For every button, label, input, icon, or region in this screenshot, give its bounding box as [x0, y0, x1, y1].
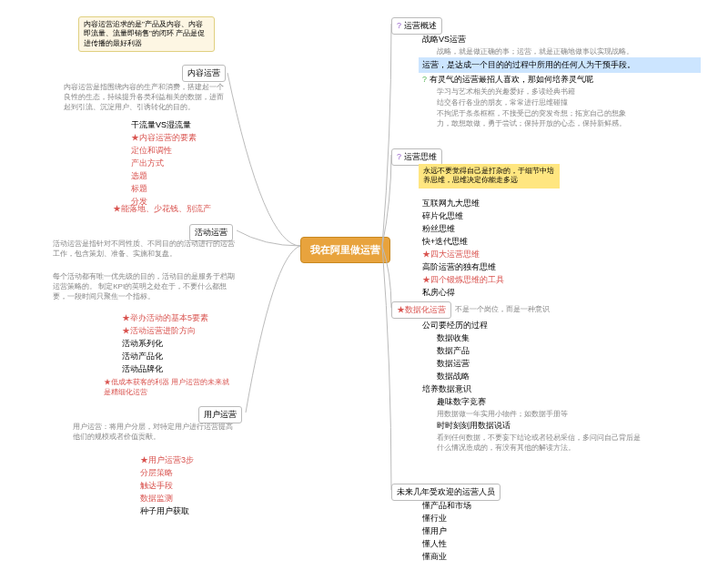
content-ops-item[interactable]: 选题: [127, 170, 197, 182]
overview-item: 战略，就是做正确的事；运营，就是正确地做事以实现战略。: [419, 46, 701, 56]
thinking-highlight: 永远不要觉得自己是打杂的，于细节中培养思维，思维决定你能走多远: [419, 164, 560, 189]
data-ops-item[interactable]: 数据运营: [433, 358, 646, 370]
content-ops-item[interactable]: 标题: [127, 183, 197, 195]
user-ops-item[interactable]: 触达手段: [136, 480, 194, 492]
content-ops-callout: 内容运营追求的是"产品及内容、内容即流量、流量即销售"的闭环 产品是促进传播的最…: [78, 16, 215, 52]
data-ops-title[interactable]: ★数据化运营: [391, 301, 451, 319]
overview-item: 不拘泥于条条框框，不接受已的突发奇想；拓宽自己的想象力，敢想敢做，勇于尝试；保持…: [419, 108, 637, 128]
future-item[interactable]: 懂商业: [419, 551, 471, 563]
thinking-item[interactable]: ★四个锻炼思维的工具: [419, 274, 504, 286]
future-item[interactable]: 懂人性: [419, 538, 471, 550]
data-ops-group2-title[interactable]: 培养数据意识: [419, 383, 646, 395]
overview-item-text: 有灵气的运营最招人喜欢，那如何培养灵气呢: [430, 75, 593, 84]
content-ops-item[interactable]: 干流量VS湿流量: [127, 119, 197, 131]
activity-ops-item[interactable]: 活动系列化: [118, 338, 208, 350]
thinking-item[interactable]: 快+迭代思维: [419, 236, 504, 248]
overview-item[interactable]: ? 有灵气的运营最招人喜欢，那如何培养灵气呢: [419, 74, 701, 86]
overview-item: 结交各行各业的朋友，常常进行思维碰撞: [419, 97, 701, 107]
thinking-item[interactable]: 互联网九大思维: [419, 198, 504, 209]
data-ops-item: 看到任何数据，不要妄下结论或者轻易采信，多问问自己背后是什么情况造成的，有没有其…: [433, 433, 646, 453]
data-ops-item[interactable]: 数据收集: [433, 332, 646, 344]
overview-item: 学习与艺术相关的兴趣爱好，多读经典书籍: [419, 87, 701, 97]
user-ops-item[interactable]: ★用户运营3步: [136, 454, 194, 466]
overview-item-highlight[interactable]: 运营，是达成一个目的的过程中所用的任何人为干预手段。: [419, 57, 701, 73]
user-ops-item[interactable]: 分层策略: [136, 467, 194, 479]
activity-ops-item[interactable]: 活动品牌化: [118, 363, 208, 375]
overview-title-text: 运营概述: [404, 21, 437, 30]
content-ops-desc: 内容运营是指围绕内容的生产和消费，搭建起一个良性的生态，持续提升各类利益相关的数…: [64, 82, 228, 112]
data-ops-item[interactable]: 数据战略: [433, 371, 646, 382]
activity-star-note: ★能落地、少花钱、别流产: [109, 203, 211, 215]
content-ops-item[interactable]: ★内容运营的要素: [127, 132, 197, 144]
thinking-item[interactable]: 私房心得: [419, 287, 504, 299]
thinking-item[interactable]: 碎片化思维: [419, 210, 504, 222]
data-ops-group1-title[interactable]: 公司要经历的过程: [419, 320, 646, 331]
data-ops-item[interactable]: 时时刻刻用数据说话: [433, 420, 646, 432]
overview-item[interactable]: 战略VS运营: [419, 34, 701, 46]
content-ops-item[interactable]: 定位和调性: [127, 145, 197, 157]
data-ops-item[interactable]: 数据产品: [433, 345, 646, 357]
user-star-note: ★低成本获客的利器 用户运营的未来就是精细化运营: [100, 377, 237, 397]
activity-ops-desc: 活动运营是指针对不同性质、不同目的的活动进行的运营工作，包含策划、准备、实施和复…: [53, 239, 235, 259]
data-ops-item[interactable]: 趣味数字竞赛: [433, 396, 646, 408]
future-item[interactable]: 懂行业: [419, 513, 471, 525]
activity-ops-item[interactable]: 活动产品化: [118, 351, 208, 362]
activity-ops-item[interactable]: ★活动运营进阶方向: [118, 325, 208, 337]
user-ops-item[interactable]: 种子用户获取: [136, 505, 194, 517]
future-item[interactable]: 懂产品和市场: [419, 500, 471, 512]
activity-ops-item[interactable]: ★举办活动的基本5要素: [118, 312, 208, 324]
user-ops-desc: 用户运营：将用户分层，对特定用户进行运营提高他们的规模或者价值贡献。: [73, 422, 237, 442]
data-ops-subtitle: 不是一个岗位，而是一种意识: [455, 304, 550, 314]
data-ops-item: 用数据做一年实用小物件；如数据手册等: [433, 409, 646, 419]
future-item[interactable]: 懂用户: [419, 525, 471, 537]
user-ops-item[interactable]: 数据监测: [136, 493, 194, 505]
thinking-item[interactable]: 高阶运营的独有思维: [419, 261, 504, 273]
thinking-item[interactable]: 粉丝思维: [419, 223, 504, 235]
content-ops-title[interactable]: 内容运营: [182, 65, 226, 82]
root-node[interactable]: 我在阿里做运营: [300, 237, 390, 263]
thinking-item[interactable]: ★四大运营思维: [419, 249, 504, 260]
activity-ops-desc2: 每个活动都有唯一优先级的目的，活动目的是服务于档期运营策略的。 制定KPI的英明…: [53, 271, 235, 301]
content-ops-item[interactable]: 产出方式: [127, 158, 197, 169]
thinking-title-text: 运营思维: [404, 152, 437, 161]
